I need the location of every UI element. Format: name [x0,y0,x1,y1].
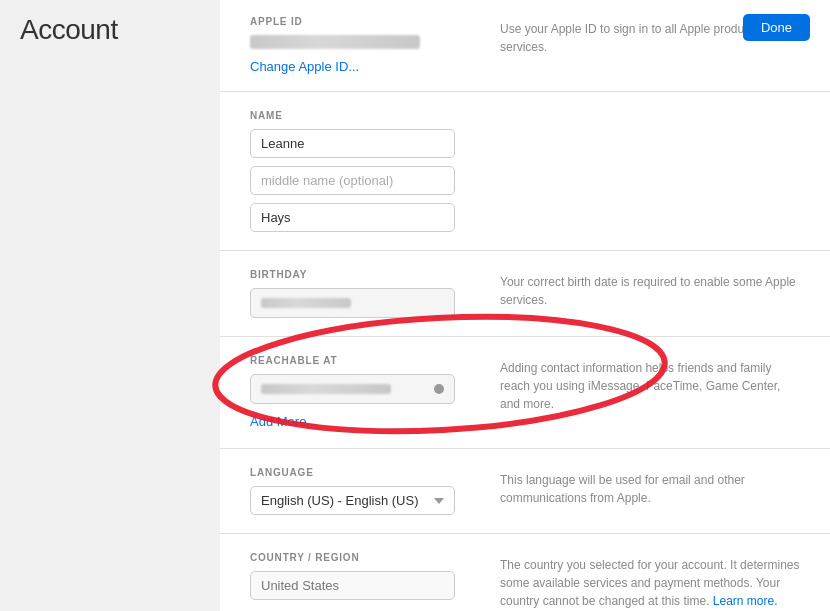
birthday-row: BIRTHDAY Your correct birth date is requ… [220,251,830,337]
name-left: NAME [220,110,480,232]
birthday-field[interactable] [250,288,455,318]
learn-more-link[interactable]: Learn more. [713,594,778,608]
name-row: NAME [220,92,830,251]
name-right [480,110,830,232]
reachable-status-dot [434,384,444,394]
birthday-right: Your correct birth date is required to e… [480,269,830,318]
done-button[interactable]: Done [743,14,810,41]
country-label: COUNTRY / REGION [250,552,480,563]
country-right: The country you selected for your accoun… [480,552,830,610]
done-button-wrapper: Done [743,14,810,41]
sidebar: Account [0,0,220,611]
reachable-left: REACHABLE AT Add More... [220,355,480,430]
language-select[interactable]: English (US) - English (US) English (UK)… [250,486,455,515]
country-input [250,571,455,600]
reachable-field[interactable] [250,374,455,404]
change-apple-id-link[interactable]: Change Apple ID... [250,59,359,74]
reachable-redacted [261,384,391,394]
birthday-label: BIRTHDAY [250,269,480,280]
language-left: LANGUAGE English (US) - English (US) Eng… [220,467,480,515]
language-label: LANGUAGE [250,467,480,478]
name-label: NAME [250,110,480,121]
apple-id-row: APPLE ID Change Apple ID... Use your App… [220,0,830,92]
reachable-description: Adding contact information helps friends… [500,359,800,413]
reachable-label: REACHABLE AT [250,355,480,366]
last-name-input[interactable] [250,203,455,232]
first-name-input[interactable] [250,129,455,158]
country-description: The country you selected for your accoun… [500,556,800,610]
birthday-left: BIRTHDAY [220,269,480,318]
main-content: Done APPLE ID Change Apple ID... Use you… [220,0,830,611]
apple-id-redacted [250,35,420,49]
country-row: COUNTRY / REGION The country you selecte… [220,534,830,611]
language-description: This language will be used for email and… [500,471,800,507]
reachable-right: Adding contact information helps friends… [480,355,830,430]
reachable-row: REACHABLE AT Add More... Adding contact … [220,337,830,449]
language-row: LANGUAGE English (US) - English (US) Eng… [220,449,830,534]
language-right: This language will be used for email and… [480,467,830,515]
add-more-link[interactable]: Add More... [250,414,317,429]
birthday-description: Your correct birth date is required to e… [500,273,800,309]
country-left: COUNTRY / REGION [220,552,480,610]
page-title: Account [20,14,118,46]
apple-id-label: APPLE ID [250,16,480,27]
apple-id-left: APPLE ID Change Apple ID... [220,16,480,75]
middle-name-input[interactable] [250,166,455,195]
birthday-redacted [261,298,351,308]
page-container: Account Done APPLE ID Change Apple ID...… [0,0,830,611]
